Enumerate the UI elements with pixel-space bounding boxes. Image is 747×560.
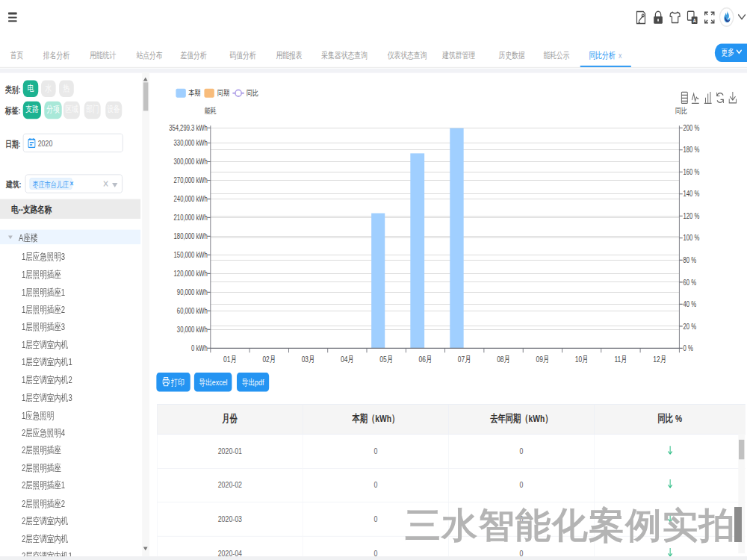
svg-text:160 %: 160 % (684, 168, 700, 176)
svg-text:能耗: 能耗 (205, 106, 217, 115)
svg-text:同期: 同期 (217, 89, 229, 98)
svg-text:150,000 kWh: 150,000 kWh (174, 251, 208, 259)
svg-text:10月: 10月 (575, 355, 589, 364)
svg-text:180,000 kWh: 180,000 kWh (174, 232, 208, 240)
svg-text:03月: 03月 (302, 355, 315, 364)
svg-text:20 %: 20 % (684, 323, 696, 331)
svg-text:同比: 同比 (675, 106, 688, 115)
svg-text:05月: 05月 (379, 355, 393, 364)
svg-text:08月: 08月 (497, 355, 510, 364)
svg-text:A: A (693, 17, 696, 23)
svg-text:06月: 06月 (419, 355, 433, 364)
svg-text:100 %: 100 % (684, 234, 700, 243)
svg-text:354,299.3 kWh: 354,299.3 kWh (169, 124, 208, 132)
svg-text:90,000 kWh: 90,000 kWh (177, 288, 208, 296)
svg-text:09月: 09月 (536, 355, 550, 364)
svg-text:140 %: 140 % (684, 190, 700, 199)
svg-text:240,000 kWh: 240,000 kWh (174, 195, 208, 203)
svg-text:0 kWh: 0 kWh (191, 344, 208, 352)
svg-text:120,000 kWh: 120,000 kWh (174, 270, 208, 278)
svg-text:330,000 kWh: 330,000 kWh (174, 139, 208, 147)
svg-text:30,000 kWh: 30,000 kWh (177, 326, 208, 334)
svg-text:0 %: 0 % (684, 344, 693, 352)
svg-text:180 %: 180 % (684, 146, 700, 155)
svg-text:11月: 11月 (615, 355, 627, 364)
svg-text:80 %: 80 % (684, 256, 696, 264)
svg-text:同比: 同比 (247, 89, 259, 98)
svg-text:300,000 kWh: 300,000 kWh (174, 158, 208, 166)
svg-text:60 %: 60 % (684, 279, 696, 287)
svg-text:200 %: 200 % (684, 124, 700, 132)
svg-text:本期: 本期 (188, 89, 200, 98)
svg-text:12月: 12月 (653, 355, 666, 364)
svg-text:210,000 kWh: 210,000 kWh (174, 214, 208, 222)
svg-text:120 %: 120 % (684, 212, 700, 220)
svg-text:07月: 07月 (458, 355, 471, 364)
svg-text:01月: 01月 (223, 355, 237, 364)
svg-text:04月: 04月 (341, 355, 354, 364)
svg-text:40 %: 40 % (684, 300, 696, 308)
svg-text:02月: 02月 (263, 355, 276, 364)
svg-text:270,000 kWh: 270,000 kWh (174, 176, 208, 184)
svg-text:60,000 kWh: 60,000 kWh (177, 307, 208, 315)
